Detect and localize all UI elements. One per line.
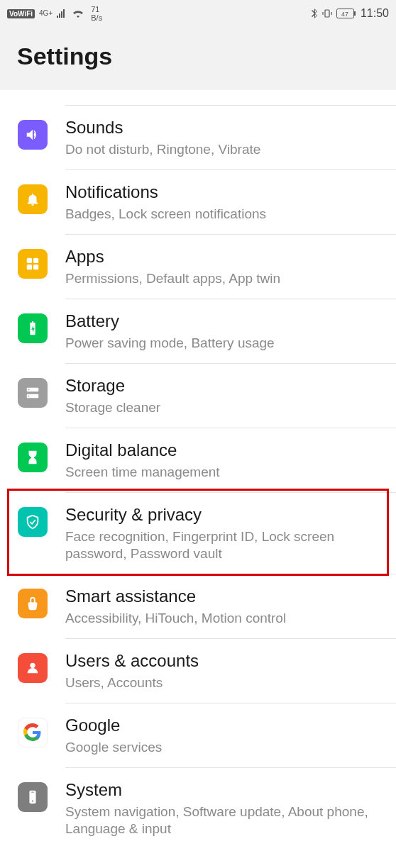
vibrate-icon — [322, 9, 332, 18]
list-item-security-privacy[interactable]: Security & privacy Face recognition, Fin… — [0, 493, 396, 574]
vowifi-badge: VoWiFi — [7, 9, 35, 18]
item-subtitle: Google services — [65, 739, 385, 756]
svg-point-10 — [28, 389, 30, 391]
list-item-digital-balance[interactable]: Digital balance Screen time management — [0, 428, 396, 493]
svg-point-12 — [30, 663, 35, 668]
wifi-icon — [72, 9, 84, 18]
item-subtitle: Do not disturb, Ringtone, Vibrate — [65, 141, 385, 158]
item-title: Sounds — [65, 117, 385, 138]
list-item-users-accounts[interactable]: Users & accounts Users, Accounts — [0, 639, 396, 703]
item-subtitle: Storage cleaner — [65, 399, 385, 416]
svg-rect-0 — [325, 10, 329, 17]
google-icon — [18, 718, 48, 747]
svg-text:47: 47 — [341, 11, 348, 18]
digital-balance-icon — [18, 443, 48, 472]
svg-rect-7 — [33, 265, 38, 269]
status-left: VoWiFi 4G+ 71 B/s — [7, 5, 102, 22]
system-icon — [18, 782, 48, 812]
list-item-apps[interactable]: Apps Permissions, Default apps, App twin — [0, 235, 396, 299]
data-speed: 71 B/s — [91, 5, 102, 22]
item-title: Battery — [65, 311, 385, 332]
item-title: Google — [65, 715, 385, 736]
list-item-cut — [65, 90, 396, 106]
apps-icon — [18, 249, 48, 279]
svg-point-14 — [32, 800, 33, 801]
item-subtitle: Face recognition, Fingerprint ID, Lock s… — [65, 528, 385, 562]
item-subtitle: Screen time management — [65, 464, 385, 481]
svg-rect-2 — [354, 11, 356, 16]
smart-assistance-icon — [18, 589, 48, 618]
users-icon — [18, 653, 48, 683]
svg-rect-4 — [27, 258, 32, 263]
header: Settings — [0, 27, 396, 90]
list-item-google[interactable]: Google Google services — [0, 703, 396, 768]
clock: 11:50 — [361, 7, 389, 20]
list-item-system[interactable]: System System navigation, Software updat… — [0, 768, 396, 849]
status-right: 47 11:50 — [311, 7, 389, 20]
notifications-icon — [18, 184, 48, 214]
bluetooth-icon — [311, 9, 318, 18]
item-subtitle: Permissions, Default apps, App twin — [65, 270, 385, 287]
sounds-icon — [18, 120, 48, 150]
item-subtitle: Power saving mode, Battery usage — [65, 335, 385, 352]
svg-rect-5 — [33, 258, 38, 263]
storage-icon — [18, 378, 48, 408]
item-subtitle: Users, Accounts — [65, 674, 385, 691]
svg-rect-6 — [27, 265, 32, 269]
item-title: Apps — [65, 246, 385, 267]
list-item-sounds[interactable]: Sounds Do not disturb, Ringtone, Vibrate — [0, 106, 396, 170]
page-title: Settings — [17, 43, 379, 70]
item-subtitle: Badges, Lock screen notifications — [65, 206, 385, 223]
settings-list[interactable]: Sounds Do not disturb, Ringtone, Vibrate… — [0, 90, 396, 849]
security-icon — [18, 507, 48, 537]
list-item-notifications[interactable]: Notifications Badges, Lock screen notifi… — [0, 170, 396, 235]
list-item-battery[interactable]: Battery Power saving mode, Battery usage — [0, 299, 396, 364]
item-title: Notifications — [65, 182, 385, 203]
svg-point-11 — [28, 396, 30, 397]
item-title: Smart assistance — [65, 586, 385, 607]
list-item-smart-assistance[interactable]: Smart assistance Accessibility, HiTouch,… — [0, 574, 396, 639]
item-title: Users & accounts — [65, 650, 385, 672]
item-subtitle: Accessibility, HiTouch, Motion control — [65, 610, 385, 627]
item-title: System — [65, 779, 385, 801]
battery-icon: 47 — [336, 9, 356, 18]
svg-rect-15 — [31, 792, 34, 793]
item-title: Security & privacy — [65, 504, 385, 525]
item-subtitle: System navigation, Software update, Abou… — [65, 803, 385, 838]
network-type: 4G+ — [39, 10, 53, 17]
signal-icon — [57, 9, 68, 18]
battery-menu-icon — [18, 313, 48, 343]
status-bar: VoWiFi 4G+ 71 B/s 47 11:50 — [0, 0, 396, 27]
list-item-storage[interactable]: Storage Storage cleaner — [0, 364, 396, 428]
item-title: Digital balance — [65, 440, 385, 461]
item-title: Storage — [65, 375, 385, 396]
